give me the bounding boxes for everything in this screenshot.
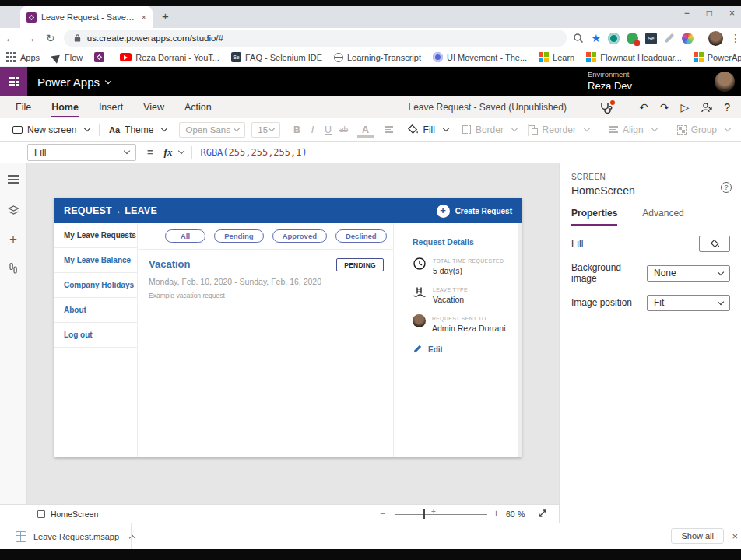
new-tab-button[interactable]: +	[162, 9, 169, 23]
image-position-select[interactable]: Fit	[647, 295, 730, 311]
property-select[interactable]: Fill	[27, 144, 136, 161]
menu-insert[interactable]: Insert	[99, 102, 123, 113]
help-icon[interactable]: ?	[724, 102, 730, 113]
nav-company-holidays[interactable]: Company Holidays	[54, 273, 137, 298]
new-screen-button[interactable]: New screen	[12, 124, 90, 135]
show-all-downloads-button[interactable]: Show all	[671, 528, 724, 544]
filter-approved[interactable]: Approved	[272, 229, 327, 243]
bookmark-flow[interactable]: Flow	[51, 53, 83, 62]
bookmark-learn[interactable]: Learn	[539, 52, 574, 62]
align-button[interactable]: Align	[609, 124, 657, 135]
request-list-item[interactable]: Vacation PENDING Monday, Feb. 10, 2020 -…	[138, 250, 393, 299]
reorder-button[interactable]: Reorder	[529, 124, 589, 135]
footer-screen-name[interactable]: HomeScreen	[51, 509, 98, 519]
extension-badge-icon[interactable]	[627, 33, 638, 44]
menu-file[interactable]: File	[16, 102, 31, 113]
browser-menu-icon[interactable]: ⋮	[730, 32, 741, 44]
formula-input[interactable]: RGBA(255,255,255,1)	[200, 147, 307, 158]
bold-button[interactable]: B	[290, 124, 305, 135]
menu-view[interactable]: View	[143, 102, 164, 113]
bookmark-flownaut[interactable]: Flownaut Headquar...	[586, 52, 682, 62]
window-maximize-button[interactable]: □	[707, 8, 712, 19]
background-image-select[interactable]: None	[647, 265, 730, 282]
bookmark-powerapps[interactable]	[94, 52, 108, 62]
bookmark-learning[interactable]: Learning-Transcript	[334, 53, 421, 62]
tab-advanced[interactable]: Advanced	[642, 208, 683, 226]
back-icon[interactable]: ←	[0, 32, 20, 44]
bookmark-apps[interactable]: Apps	[6, 52, 40, 62]
window-close-button[interactable]: ×	[729, 8, 735, 19]
zoom-in-button[interactable]: +	[493, 508, 499, 519]
strikethrough-button[interactable]: ab	[336, 125, 352, 134]
underline-button[interactable]: U	[321, 124, 336, 135]
reload-icon[interactable]: ↻	[40, 32, 61, 44]
preview-play-icon[interactable]: ▷	[680, 102, 689, 113]
bookmark-star-icon[interactable]: ★	[591, 32, 601, 44]
menu-action[interactable]: Action	[184, 102, 212, 113]
advanced-tools-icon[interactable]	[8, 262, 19, 275]
nav-my-leave-balance[interactable]: My Leave Balance	[54, 248, 137, 273]
fill-button[interactable]: Fill	[407, 124, 448, 135]
nav-about[interactable]: About	[54, 298, 137, 323]
tree-view-icon[interactable]	[8, 173, 19, 186]
bookmark-uimovement[interactable]: UI Movement - The...	[433, 52, 527, 62]
filter-pending[interactable]: Pending	[214, 229, 263, 243]
tab-properties[interactable]: Properties	[571, 208, 617, 226]
filter-declined[interactable]: Declined	[335, 229, 387, 243]
bookmark-pacommunity[interactable]: PowerApps Commu...	[694, 52, 741, 62]
app-header-bar[interactable]: REQUEST→ LEAVE + Create Request	[54, 198, 522, 223]
url-bar[interactable]: us.create.powerapps.com/studio/#	[64, 30, 567, 47]
app-scrollbar[interactable]	[518, 223, 522, 457]
insert-icon[interactable]: +	[9, 236, 17, 243]
colorwheel-extension-icon[interactable]	[682, 33, 694, 44]
screen-checkbox[interactable]	[37, 510, 45, 518]
undo-icon[interactable]: ↶	[639, 102, 648, 113]
account-avatar[interactable]	[715, 72, 735, 92]
zoom-slider-handle[interactable]	[423, 509, 425, 519]
brand-chevron-icon[interactable]	[105, 77, 111, 83]
nav-my-leave-requests[interactable]: My Leave Requests	[54, 223, 137, 248]
app-launcher-waffle-icon[interactable]	[0, 67, 27, 96]
menu-home[interactable]: Home	[51, 102, 79, 113]
fill-color-button[interactable]	[699, 236, 730, 252]
forward-icon[interactable]: →	[20, 32, 40, 44]
window-minimize-button[interactable]: −	[684, 8, 690, 19]
font-family-select[interactable]: Open Sans	[179, 122, 245, 138]
nav-log-out[interactable]: Log out	[54, 323, 137, 348]
top-black-strip	[0, 0, 741, 6]
redo-icon[interactable]: ↷	[660, 102, 669, 113]
data-sources-icon[interactable]	[7, 205, 20, 217]
browser-tab[interactable]: Leave Request - Saved (Unpubli... ×	[20, 6, 153, 28]
fullscreen-expand-icon[interactable]	[537, 508, 548, 519]
download-shelf-close-icon[interactable]: ×	[732, 530, 738, 542]
selenium-extension-icon[interactable]: Se	[645, 33, 657, 44]
italic-button[interactable]: I	[305, 124, 321, 135]
group-button[interactable]: Group	[677, 124, 730, 135]
pen-extension-icon[interactable]	[665, 33, 675, 44]
panel-help-icon[interactable]: ?	[721, 182, 732, 193]
text-align-button[interactable]	[385, 124, 393, 134]
fx-button[interactable]: fx	[164, 146, 193, 159]
downloaded-file[interactable]: Leave Request.msapp	[9, 527, 141, 546]
environment-selector[interactable]: Environment Reza Dev	[578, 67, 715, 96]
zoom-search-icon[interactable]	[573, 33, 584, 44]
font-color-button[interactable]: A	[358, 124, 374, 135]
app-screen-canvas[interactable]: REQUEST→ LEAVE + Create Request My Leave…	[54, 198, 522, 457]
extension-icon[interactable]	[608, 33, 620, 44]
tab-close-icon[interactable]: ×	[142, 12, 146, 22]
bookmark-selenium[interactable]: SeFAQ - Selenium IDE	[231, 52, 322, 62]
font-size-select[interactable]: 15	[251, 122, 279, 138]
edit-request-link[interactable]: Edit	[413, 345, 522, 354]
create-request-button[interactable]: + Create Request	[437, 205, 512, 218]
share-user-icon[interactable]	[701, 102, 712, 114]
border-button[interactable]: Border	[462, 124, 517, 135]
bookmark-youtube[interactable]: Reza Dorrani - YouT...	[120, 53, 219, 62]
filter-all[interactable]: All	[165, 229, 205, 243]
zoom-slider-track[interactable]	[395, 514, 487, 515]
theme-button[interactable]: Aa Theme	[109, 124, 167, 135]
request-title[interactable]: Vacation	[149, 258, 190, 270]
align-icon	[609, 124, 618, 134]
app-checker-icon[interactable]	[599, 101, 615, 114]
browser-profile-avatar[interactable]	[708, 31, 723, 46]
zoom-out-button[interactable]: −	[380, 508, 385, 519]
